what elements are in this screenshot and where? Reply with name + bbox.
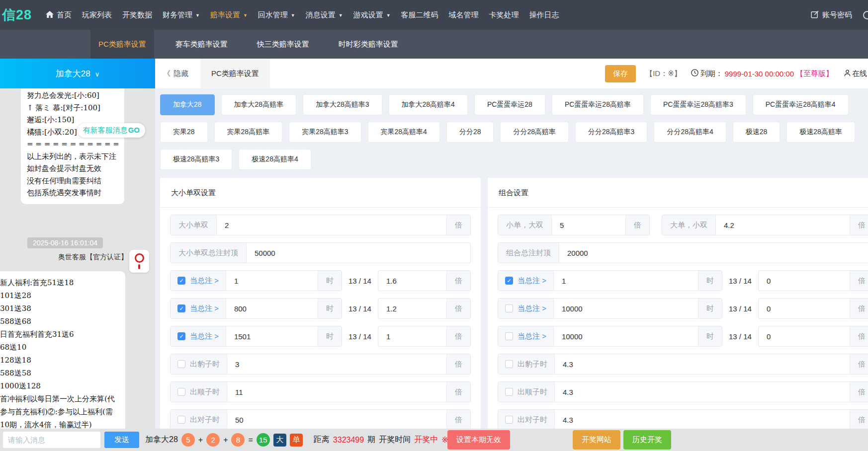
value-input[interactable]: 4.3: [555, 382, 850, 402]
game-tab-PC蛋蛋幸运28高赔率3[interactable]: PC蛋蛋幸运28高赔率3: [650, 94, 746, 115]
game-tab-极速28高赔率3[interactable]: 极速28高赔率3: [160, 149, 232, 170]
threshold-label-box: ✓当总注 >: [498, 271, 554, 291]
lottery-result-strip: 加拿大285+2+8=15大单距离3323499期开奖时间开奖中※更多∧: [145, 429, 480, 451]
nav-item-消息设置[interactable]: 消息设置▼: [306, 10, 343, 20]
nav-item-回水管理[interactable]: 回水管理▼: [258, 10, 295, 20]
game-tab-宾果28高赔率4[interactable]: 宾果28高赔率4: [368, 122, 440, 143]
subnav-tab-赛车类赔率设置[interactable]: 赛车类赔率设置: [168, 30, 236, 59]
game-tab-分分28高赔率4[interactable]: 分分28高赔率4: [654, 122, 726, 143]
game-tab-加拿大28[interactable]: 加拿大28: [160, 94, 215, 115]
hide-sidebar-button[interactable]: 《 隐藏: [163, 69, 188, 78]
multiplier-input[interactable]: 0: [759, 271, 850, 291]
nav-item-卡奖处理[interactable]: 卡奖处理: [489, 10, 519, 20]
game-tab-分分28[interactable]: 分分28: [446, 122, 494, 143]
threshold-value-input[interactable]: 1501: [226, 326, 318, 346]
chat-line: 日首充福利首充31送6: [0, 328, 119, 341]
multiplier-input[interactable]: 1: [378, 326, 446, 346]
game-tab-PC蛋蛋幸运28[interactable]: PC蛋蛋幸运28: [474, 94, 545, 115]
nav-item-游戏设置[interactable]: 游戏设置▼: [353, 10, 391, 20]
row-checkbox[interactable]: [177, 388, 185, 396]
threshold-value-input[interactable]: 10000: [554, 299, 698, 318]
value-input[interactable]: 3: [227, 354, 446, 374]
multiplier-input[interactable]: 1.2: [378, 299, 446, 318]
row-checkbox[interactable]: [505, 388, 513, 396]
game-tab-加拿大28高赔率[interactable]: 加拿大28高赔率: [221, 94, 297, 115]
game-tab-加拿大28高赔率3[interactable]: 加拿大28高赔率3: [303, 94, 382, 115]
row-checkbox[interactable]: ✓: [177, 332, 185, 340]
value-input[interactable]: 20000: [559, 243, 868, 263]
subnav-tab-PC类赔率设置[interactable]: PC类赔率设置: [90, 30, 154, 59]
game-tab-宾果28[interactable]: 宾果28: [160, 122, 208, 143]
game-tab-宾果28高赔率3[interactable]: 宾果28高赔率3: [289, 122, 361, 143]
threshold-label-box: ✓当总注 >: [171, 299, 226, 318]
threshold-value-input[interactable]: 10000: [554, 326, 698, 346]
account-password-button[interactable]: 账号密码: [811, 0, 852, 30]
value-input[interactable]: 5: [552, 215, 625, 235]
game-tab-极速28高赔率4[interactable]: 极速28高赔率4: [239, 149, 311, 170]
game-tab-极速28高赔率[interactable]: 极速28高赔率: [786, 122, 855, 143]
new-service-message-button[interactable]: 有新客服消息 GO: [78, 123, 145, 138]
game-tab-PC蛋蛋幸运28高赔率[interactable]: PC蛋蛋幸运28高赔率: [552, 94, 644, 115]
nav-item-首页[interactable]: 首页: [46, 10, 72, 20]
chat-message-input[interactable]: [3, 432, 100, 448]
multiplier-input[interactable]: 1.6: [378, 271, 446, 291]
game-tab-分分28高赔率[interactable]: 分分28高赔率: [500, 122, 569, 143]
game-tab-分分28高赔率3[interactable]: 分分28高赔率3: [575, 122, 647, 143]
value-input[interactable]: 50000: [247, 243, 470, 263]
person-icon: [844, 70, 851, 78]
nav-item-域名管理[interactable]: 域名管理: [449, 10, 479, 20]
nav-item-财务管理[interactable]: 财务管理▼: [163, 10, 200, 20]
nav-item-操作日志[interactable]: 操作日志: [529, 10, 559, 20]
value-input[interactable]: 11: [227, 382, 446, 402]
result-ball: 8: [231, 433, 245, 447]
caret-down-icon: ▼: [386, 13, 391, 18]
chat-message-list[interactable]: 努力总会发光:[小:60]↑ 落ミ 慕:[对子:100]邂逅:[小:150]橘猫…: [0, 88, 155, 429]
room-selector[interactable]: 加拿大28 ∨: [0, 59, 155, 88]
threshold-value-input[interactable]: 1: [554, 271, 698, 291]
row-checkbox[interactable]: ✓: [177, 304, 185, 312]
value-input[interactable]: 4.3: [555, 410, 850, 429]
open-page-tab[interactable]: PC类赔率设置: [200, 59, 270, 88]
row-checkbox[interactable]: [505, 304, 513, 312]
header-right-cluster: 保存 【ID：※】 到期： 9999-01-30 00:00:00 【至尊版】 …: [605, 59, 867, 88]
threshold-group: 当总注 >10000时: [498, 326, 722, 347]
subnav-tab-时时彩类赔率设置[interactable]: 时时彩类赔率设置: [331, 30, 406, 59]
row-checkbox[interactable]: [177, 360, 185, 368]
online-counter[interactable]: 在线: [844, 69, 867, 78]
value-input[interactable]: 4.2: [716, 215, 850, 235]
value-input[interactable]: 4.3: [555, 354, 850, 374]
nav-item-label: 首页: [57, 10, 72, 20]
row-checkbox[interactable]: [505, 360, 513, 368]
game-tab-加拿大28高赔率4[interactable]: 加拿大28高赔率4: [389, 94, 468, 115]
chat-line: 首冲福利以每日第一次上分来算(代: [0, 392, 119, 405]
send-button[interactable]: 发送: [104, 432, 139, 448]
field-label: 小单，大双: [498, 215, 552, 235]
edit-icon: [811, 10, 819, 20]
field-group: 出豹子时3倍: [170, 354, 471, 375]
multiplier-input[interactable]: 0: [759, 299, 850, 318]
nav-item-玩家列表[interactable]: 玩家列表: [82, 10, 112, 20]
value-input[interactable]: 2: [217, 215, 446, 235]
threshold-value-input[interactable]: 800: [226, 299, 318, 318]
nav-item-客服二维码[interactable]: 客服二维码: [401, 10, 438, 20]
nav-item-赔率设置[interactable]: 赔率设置▼: [210, 10, 248, 20]
save-button[interactable]: 保存: [605, 65, 636, 82]
multiplier-input[interactable]: 0: [759, 326, 850, 346]
row-checkbox[interactable]: ✓: [177, 277, 185, 285]
subnav-tab-快三类赔率设置[interactable]: 快三类赔率设置: [249, 30, 317, 59]
history-draws-button[interactable]: 历史开奖: [623, 430, 671, 450]
row-checkbox[interactable]: [505, 416, 513, 424]
game-tab-PC蛋蛋幸运28高赔率4[interactable]: PC蛋蛋幸运28高赔率4: [753, 94, 849, 115]
game-tab-极速28[interactable]: 极速28: [733, 122, 781, 143]
draw-website-button[interactable]: 开奖网站: [573, 430, 620, 450]
threshold-label: 当总注 >: [190, 332, 219, 341]
row-checkbox[interactable]: [505, 332, 513, 340]
game-tab-宾果28高赔率[interactable]: 宾果28高赔率: [214, 122, 283, 143]
threshold-value-input[interactable]: 1: [226, 271, 318, 291]
chat-line: 参与首充福利)②:参与以上福利(需: [0, 405, 119, 418]
row-checkbox[interactable]: ✓: [505, 277, 513, 285]
row-checkbox[interactable]: [177, 416, 185, 424]
value-input[interactable]: 50: [227, 410, 446, 429]
set-round-invalid-button[interactable]: 设置本期无效: [447, 430, 510, 450]
nav-item-开奖数据[interactable]: 开奖数据: [122, 10, 152, 20]
